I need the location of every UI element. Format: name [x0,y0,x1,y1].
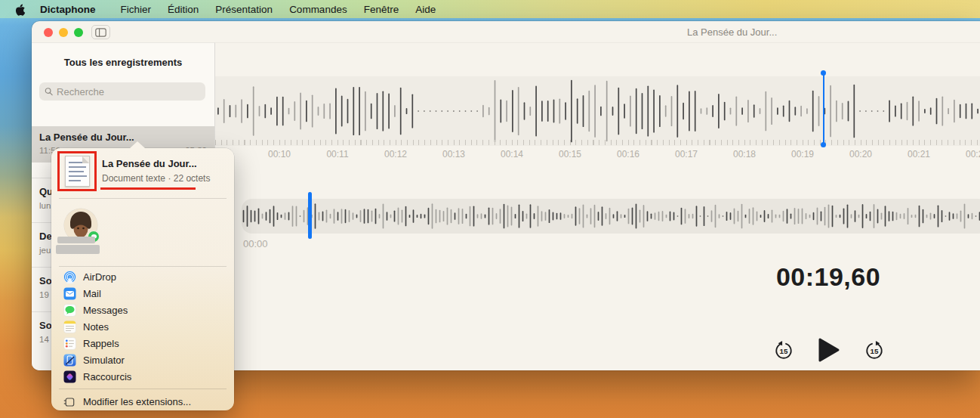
menu-item-commandes[interactable]: Commandes [281,4,356,15]
menu-item-fichier[interactable]: Fichier [112,4,160,15]
timeline-label: 00:15 [559,149,581,159]
popover-separator [59,266,227,267]
notes-icon [63,320,76,333]
apple-menu[interactable] [0,3,40,16]
timeline-label: 00:10 [268,149,291,159]
menu-app-name[interactable]: Dictaphone [40,4,112,15]
reminders-icon [63,337,76,350]
menu-item-edition[interactable]: Édition [159,4,207,15]
annotation-box [57,151,97,191]
timeline-label: 00:17 [675,149,698,159]
timeline-label: 00:11 [326,149,348,159]
shortcuts-icon [63,370,76,383]
messages-icon [63,304,76,317]
share-option-mail[interactable]: Mail [51,285,234,302]
contact-name-redacted [57,237,95,243]
menu-item-aide[interactable]: Aide [407,4,444,15]
zoom-waveform [242,199,980,234]
timeline-label: 00:22 [966,149,980,159]
player-area: 00:1000:1100:1200:1300:1400:1500:1600:17… [215,42,980,370]
svg-text:15: 15 [871,346,879,355]
share-option-label: Raccourcis [83,371,131,382]
share-option-label: Mail [83,288,101,299]
current-time-display: 00:19,60 [753,262,904,292]
share-option-label: Messages [83,305,128,316]
overview-waveform [215,76,980,146]
playback-controls: 15 15 [774,336,884,364]
share-option-simulator[interactable]: Simulator [51,351,234,368]
extensions-icon [63,396,76,408]
annotation-underline [100,187,196,190]
search-input[interactable] [57,86,200,98]
popover-separator [59,198,227,199]
airdrop-icon [63,271,76,283]
menu-item-fenetre[interactable]: Fenêtre [356,4,408,15]
share-option-label: Rappels [83,338,119,349]
skip-forward-15-button[interactable]: 15 [864,340,884,361]
sidebar-toggle-button[interactable] [91,25,110,39]
share-option-messages[interactable]: Messages [51,302,234,318]
recording-title: La Pensée du Jour... [39,132,207,143]
timeline-label: 00:16 [617,149,639,159]
timeline-label: 00:19 [791,149,814,159]
share-option-label: AirDrop [83,271,116,283]
shared-file-meta: Document texte · 22 octets [102,173,210,184]
contact-name-redacted [56,245,100,254]
playhead-bottom-dot [821,142,826,147]
timeline-label: 00:20 [849,149,872,159]
share-option-raccourcis[interactable]: Raccourcis [51,368,234,385]
skip-back-15-button[interactable]: 15 [774,340,794,361]
zoom-button[interactable] [74,28,83,37]
timeline-label: 00:13 [442,149,465,159]
shared-file-title: La Pensée du Jour... [102,158,197,169]
sidebar-icon [95,28,106,37]
share-option-airdrop[interactable]: AirDrop [51,268,234,285]
search-field[interactable] [39,82,205,101]
share-option-rappels[interactable]: Rappels [51,335,234,351]
share-option-label: Notes [83,321,109,333]
play-button[interactable] [818,337,840,363]
edit-extensions-button[interactable]: Modifier les extensions... [51,393,234,410]
timeline-label: 00:18 [733,149,756,159]
popover-arrow [130,141,145,148]
simulator-icon [63,354,76,367]
menu-bar: Dictaphone Fichier Édition Présentation … [0,0,980,18]
svg-text:15: 15 [780,346,788,355]
minimize-button[interactable] [59,28,68,37]
share-option-label: Simulator [83,355,125,366]
menu-item-presentation[interactable]: Présentation [207,4,281,15]
timeline-label: 00:14 [501,149,523,159]
share-option-notes[interactable]: Notes [51,318,234,335]
mail-icon [63,287,76,300]
overview-playhead[interactable] [820,70,827,147]
timeline-labels: 00:1000:1100:1200:1300:1400:1500:1600:17… [215,149,980,161]
overview-waveform-strip[interactable] [215,76,980,146]
window-title: La Pensée du Jour... [687,26,777,38]
zoom-waveform-strip[interactable] [242,199,980,234]
search-icon [45,87,53,96]
apple-logo-icon [14,3,26,16]
timeline-label: 00:21 [908,149,930,159]
share-popover: La Pensée du Jour... Document texte · 22… [51,148,234,410]
zoom-playhead[interactable] [308,192,312,239]
timeline-ticks [215,140,980,145]
popover-separator [59,389,227,389]
text-document-icon [65,156,90,187]
zoom-start-label: 00:00 [243,238,268,249]
close-button[interactable] [44,28,53,37]
timeline-label: 00:12 [384,149,407,159]
edit-extensions-label: Modifier les extensions... [83,396,191,407]
playhead-line [823,73,824,144]
sidebar-header: Tous les enregistrements [32,57,214,68]
title-bar[interactable]: La Pensée du Jour... [32,21,980,42]
